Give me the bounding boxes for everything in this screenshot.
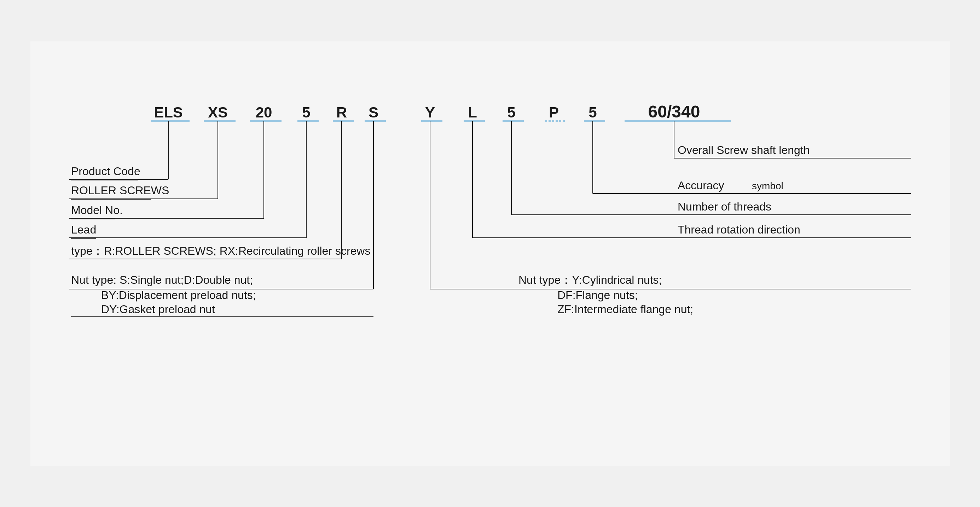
label-nut-type-left-1: Nut type: S:Single nut;D:Double nut; [71, 274, 253, 286]
label-nut-type-left-2: BY:Displacement preload nuts; [101, 289, 256, 301]
code-20: 20 [255, 104, 272, 121]
code-5-lead: 5 [302, 104, 310, 121]
label-nut-type-right-3: ZF:Intermediate flange nut; [557, 303, 693, 316]
label-nut-type-left-3: DY:Gasket preload nut [101, 303, 215, 316]
label-num-threads: Number of threads [678, 200, 772, 213]
code-XS: XS [208, 104, 228, 121]
code-60-340: 60/340 [648, 102, 700, 121]
code-ELS: ELS [154, 104, 183, 121]
label-type-desc: type：R:ROLLER SCREWS; RX:Recirculating r… [71, 244, 370, 257]
diagram-container: ELS XS 20 5 R S Y L 5 [30, 41, 950, 466]
label-accuracy: Accuracy [678, 179, 724, 192]
label-accuracy-symbol: symbol [752, 180, 783, 191]
code-S: S [368, 104, 378, 121]
code-5-acc: 5 [589, 104, 597, 121]
label-roller-screws: ROLLER SCREWS [71, 184, 169, 197]
label-overall-length: Overall Screw shaft length [678, 143, 810, 156]
code-L: L [468, 104, 477, 121]
label-model-no: Model No. [71, 204, 123, 217]
label-nut-type-right-1: Nut type：Y:Cylindrical nuts; [519, 274, 662, 286]
code-Y: Y [425, 104, 435, 121]
label-thread-rotation: Thread rotation direction [678, 223, 800, 236]
code-5-threads: 5 [507, 104, 515, 121]
label-product-code: Product Code [71, 165, 140, 178]
code-P: P [549, 104, 558, 121]
code-R: R [336, 104, 347, 121]
label-nut-type-right-2: DF:Flange nuts; [557, 289, 638, 301]
label-lead: Lead [71, 223, 96, 236]
